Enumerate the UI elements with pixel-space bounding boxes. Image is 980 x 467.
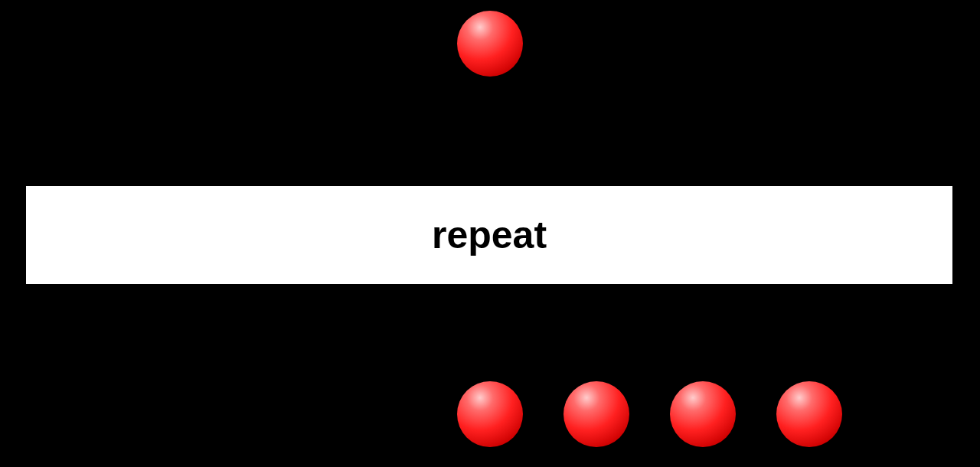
operation-box: repeat [26, 186, 952, 284]
output-ball [564, 381, 629, 447]
output-ball [776, 381, 842, 447]
operation-label: repeat [432, 213, 547, 257]
output-ball [457, 381, 523, 447]
input-ball [457, 11, 523, 77]
output-ball [670, 381, 736, 447]
